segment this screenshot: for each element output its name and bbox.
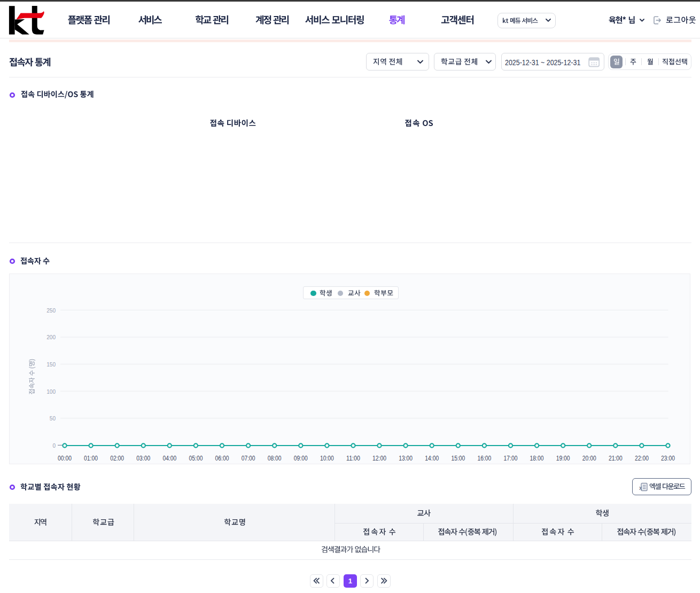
svg-text:13:00: 13:00 (399, 454, 413, 462)
svg-text:21:00: 21:00 (609, 454, 623, 462)
svg-text:50: 50 (50, 415, 56, 422)
svg-text:19:00: 19:00 (556, 454, 570, 462)
svg-text:0: 0 (52, 442, 56, 449)
svg-text:23:00: 23:00 (661, 454, 675, 462)
svg-text:100: 100 (46, 388, 56, 395)
svg-text:150: 150 (46, 361, 56, 368)
svg-text:20:00: 20:00 (582, 454, 596, 462)
svg-text:00:00: 00:00 (58, 454, 72, 462)
svg-text:15:00: 15:00 (451, 454, 465, 462)
svg-text:12:00: 12:00 (372, 454, 386, 462)
svg-text:14:00: 14:00 (425, 454, 439, 462)
svg-text:10:00: 10:00 (320, 454, 334, 462)
svg-text:16:00: 16:00 (477, 454, 491, 462)
svg-text:x: x (639, 485, 642, 491)
svg-text:22:00: 22:00 (635, 454, 649, 462)
svg-text:18:00: 18:00 (530, 454, 544, 462)
svg-text:08:00: 08:00 (268, 454, 282, 462)
svg-text:03:00: 03:00 (136, 454, 150, 462)
svg-text:250: 250 (46, 307, 56, 314)
svg-text:07:00: 07:00 (242, 454, 255, 462)
svg-text:11:00: 11:00 (346, 454, 360, 462)
svg-text:05:00: 05:00 (189, 454, 203, 462)
svg-text:06:00: 06:00 (215, 454, 229, 462)
svg-text:09:00: 09:00 (294, 454, 308, 462)
svg-text:01:00: 01:00 (84, 454, 98, 462)
svg-text:04:00: 04:00 (162, 454, 176, 462)
svg-text:02:00: 02:00 (110, 454, 124, 462)
svg-text:17:00: 17:00 (504, 454, 518, 462)
svg-text:200: 200 (46, 334, 56, 340)
